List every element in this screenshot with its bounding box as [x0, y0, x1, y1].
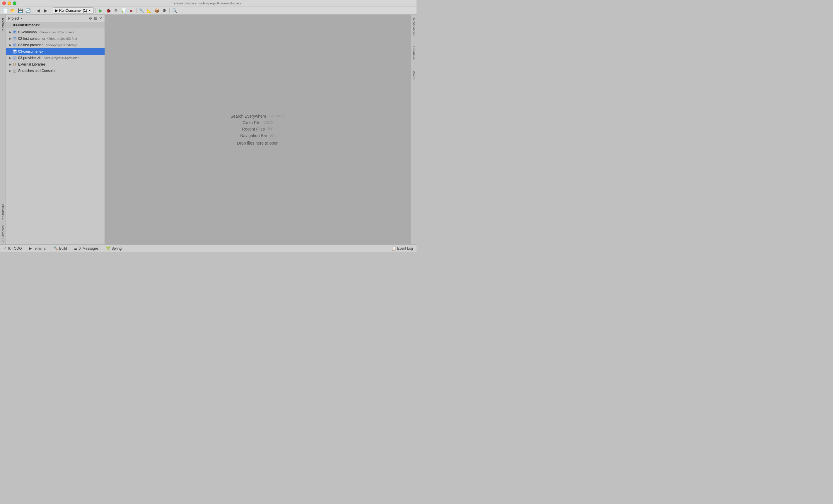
search-everywhere-hint[interactable]: Search Everywhere [231, 114, 266, 119]
event-log-icon: 📋 [391, 246, 396, 251]
search-everywhere-toolbar-button[interactable]: 🔍 [171, 7, 178, 14]
run-config-dropdown[interactable]: ▶ RunConsumer (1) ▼ [53, 7, 94, 14]
status-build-label: Build [59, 247, 67, 251]
go-to-file-shortcut: ⇧⌘O [263, 120, 273, 125]
collapse-arrow-03-provider-zk[interactable]: ▶ [8, 56, 12, 60]
status-terminal[interactable]: ▶ Terminal [28, 246, 47, 251]
navigation-bar-hint[interactable]: Navigation Bar [240, 133, 267, 138]
status-messages[interactable]: ☰ 0: Messages [73, 246, 100, 251]
tree-label-03-provider-zk: 03-provider-zk [18, 56, 41, 60]
status-build[interactable]: 🔨 Build [52, 246, 68, 251]
run-button[interactable]: ▶ [98, 7, 104, 14]
spring-icon: 🌱 [106, 246, 111, 251]
run-config-label: RunConsumer (1) [59, 8, 87, 12]
svg-rect-15 [13, 63, 14, 66]
right-side-strip: Notifications Database Maven [411, 15, 416, 244]
panel-header: Project ▾ ⚙ ⊟ ✕ [6, 15, 104, 22]
collapse-arrow-external-libraries[interactable]: ▶ [8, 62, 12, 67]
debug-button[interactable]: 🐞 [105, 7, 112, 14]
run-config-icon: ▶ [55, 8, 58, 12]
profile-button[interactable]: 📊 [120, 7, 127, 14]
tree-label-01-common: 01-common [18, 30, 37, 34]
collapse-arrow-scratches[interactable]: ▶ [8, 69, 12, 73]
drop-files-hint: Drop files here to open [237, 141, 279, 146]
structure-tab[interactable]: 2: Structure [1, 202, 5, 223]
status-messages-label: 0: Messages [79, 247, 99, 251]
stop-button[interactable]: ■ [128, 7, 135, 14]
favorites-tab[interactable]: 2: Favorites [1, 223, 5, 244]
maven-tab[interactable]: Maven [411, 68, 416, 82]
tree-label-02-first-consumer: 02-first-consumer [18, 36, 45, 41]
go-to-file-hint[interactable]: Go to File [243, 120, 261, 125]
navigation-bar-shortcut: ⌘↑ [269, 133, 275, 137]
project-tree: ▶ 01-common ~/idea-project/01-common ▶ 0… [6, 28, 104, 244]
build-icon: 🔨 [53, 246, 58, 251]
tree-label-02-first-provider: 02-first-provider [18, 43, 43, 47]
module-icon-01-common [12, 30, 17, 34]
collapse-arrow-02-first-provider[interactable]: ▶ [8, 43, 12, 47]
sync-button[interactable]: 🔄 [25, 7, 31, 14]
minimize-button[interactable] [8, 1, 11, 5]
module-icon-02-first-consumer [12, 36, 17, 41]
main-layout: 1: Project 2: Structure 2: Favorites Pro… [0, 15, 416, 244]
save-button[interactable]: 💾 [17, 7, 23, 14]
forward-button[interactable]: ▶ [43, 7, 49, 14]
panel-settings-icon[interactable]: ⚙ [89, 16, 92, 21]
back-button[interactable]: ◀ [35, 7, 41, 14]
status-bar: ✓ 6: TODO ▶ Terminal 🔨 Build ☰ 0: Messag… [0, 244, 416, 252]
panel-header-icons: ⚙ ⊟ ✕ [89, 16, 102, 21]
svg-rect-10 [14, 50, 16, 51]
open-button[interactable]: 📂 [9, 7, 16, 14]
status-event-log-label: Event Log [397, 247, 413, 251]
window-controls [2, 1, 17, 5]
collapse-arrow-03-consumer-zk[interactable] [8, 49, 12, 54]
left-side-strip: 1: Project 2: Structure 2: Favorites [0, 15, 6, 244]
module-icon-02-first-provider [12, 43, 17, 47]
tree-item-02-first-provider[interactable]: ▶ 02-first-provider ~/idea-project/02-fi… [6, 42, 104, 48]
tree-item-03-consumer-zk[interactable]: 03-consumer-zk [6, 48, 104, 55]
status-terminal-label: Terminal [33, 247, 46, 251]
tree-item-scratches-consoles[interactable]: ▶ Scratches and Consoles [6, 68, 104, 74]
collapse-arrow-02-first-consumer[interactable]: ▶ [8, 36, 12, 41]
new-file-button[interactable]: 📄 [2, 7, 8, 14]
database-tab[interactable]: Database [411, 44, 416, 62]
svg-rect-14 [14, 58, 15, 58]
project-tab[interactable]: 1: Project [1, 16, 5, 34]
separator-1 [33, 8, 33, 13]
tools-button-1[interactable]: 🔧 [138, 7, 145, 14]
svg-rect-4 [14, 37, 16, 38]
tree-item-external-libraries[interactable]: ▶ External Libraries [6, 61, 104, 68]
collapse-arrow-01-common[interactable]: ▶ [8, 30, 12, 34]
panel-title-arrow-icon[interactable]: ▾ [21, 17, 22, 20]
svg-rect-2 [14, 32, 15, 33]
project-panel: Project ▾ ⚙ ⊟ ✕ 03-consumer-zk ▶ 01-comm… [6, 15, 105, 244]
panel-layout-icon[interactable]: ⊟ [94, 16, 97, 21]
svg-rect-8 [14, 45, 15, 46]
tools-button-3[interactable]: 📦 [153, 7, 160, 14]
status-event-log[interactable]: 📋 Event Log [390, 246, 414, 251]
notifications-tab[interactable]: Notifications [411, 16, 416, 38]
separator-4 [136, 8, 137, 13]
terminal-icon: ▶ [29, 246, 32, 251]
recent-files-hint[interactable]: Recent Files [242, 127, 265, 131]
status-spring-label: Spring [112, 247, 122, 251]
coverage-button[interactable]: ⊕ [113, 7, 119, 14]
run-config-arrow-icon: ▼ [88, 9, 91, 12]
tools-button-4[interactable]: ⚙ [161, 7, 168, 14]
todo-icon: ✓ [3, 246, 7, 251]
status-spring[interactable]: 🌱 Spring [104, 246, 123, 251]
status-todo-label: 6: TODO [8, 247, 22, 251]
editor-area[interactable]: Search Everywhere Double ⇧ Go to File ⇧⌘… [105, 15, 411, 244]
close-button[interactable] [2, 1, 6, 5]
maximize-button[interactable] [13, 1, 17, 5]
tree-label-03-consumer-zk: 03-consumer-zk [18, 49, 43, 54]
module-icon-03-provider-zk [12, 56, 17, 60]
status-todo[interactable]: ✓ 6: TODO [2, 246, 23, 251]
tree-item-03-provider-zk[interactable]: ▶ 03-provider-zk ~/idea-project/03-provi… [6, 55, 104, 61]
separator-3 [95, 8, 96, 13]
tree-item-02-first-consumer[interactable]: ▶ 02-first-consumer ~/idea-project/02-fi… [6, 35, 104, 42]
panel-close-icon[interactable]: ✕ [99, 16, 102, 21]
tools-button-2[interactable]: 📐 [146, 7, 152, 14]
tree-item-01-common[interactable]: ▶ 01-common ~/idea-project/01-common [6, 29, 104, 35]
editor-hint: Search Everywhere Double ⇧ Go to File ⇧⌘… [231, 112, 285, 147]
